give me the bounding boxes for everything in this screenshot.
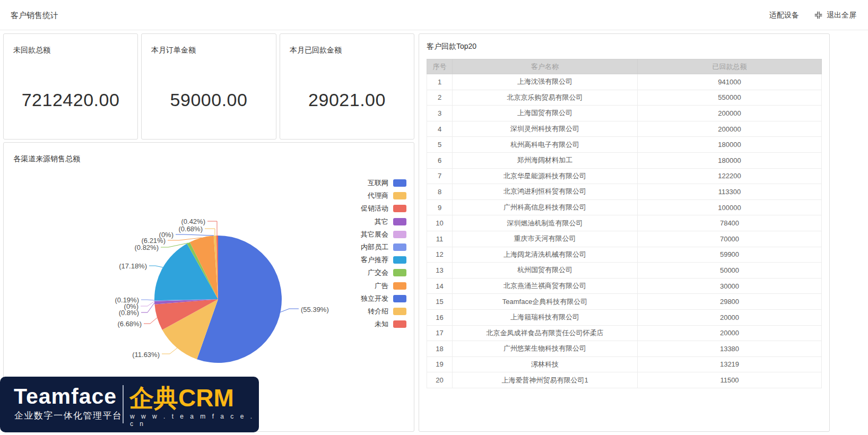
table-row: 9广州科高信息科技有限公司100000 — [427, 199, 822, 215]
legend-label: 其它 — [375, 217, 388, 227]
cell-customer: 重庆市天河有限公司 — [453, 231, 638, 247]
cell-customer: 上海沈强有限公司 — [453, 74, 638, 90]
cell-index: 17 — [427, 325, 453, 341]
legend-item[interactable]: 未知 — [361, 318, 406, 330]
legend-item[interactable]: 互联网 — [361, 177, 406, 189]
pie-label: (6.68%) — [117, 320, 142, 328]
exit-fullscreen-button[interactable]: 退出全屏 — [814, 11, 856, 20]
stat-label: 本月已回款金额 — [290, 46, 342, 55]
legend-label: 代理商 — [368, 191, 388, 201]
table-row: 14北京燕涌兰祺商贸有限公司30000 — [427, 278, 822, 294]
col-header-amount: 已回款总额 — [638, 59, 822, 74]
stat-label: 未回款总额 — [13, 46, 50, 55]
cell-amount: 20000 — [638, 325, 822, 341]
legend-label: 广告 — [375, 281, 388, 291]
table-row: 16上海籍瑞科技有限公司20000 — [427, 309, 822, 325]
cell-amount: 30000 — [638, 278, 822, 294]
table-row: 6郑州海阔材料加工180000 — [427, 152, 822, 168]
pie-leader-line — [141, 303, 154, 312]
pie-leader-line — [176, 234, 214, 236]
table-row: 17北京金凤成祥食品有限责任公司怀柔店20000 — [427, 325, 822, 341]
table-row: 2北京京乐购贸易有限公司550000 — [427, 90, 822, 106]
cell-customer: 杭州国贸有限公司 — [453, 263, 638, 279]
pie-leader-line — [205, 229, 215, 236]
cell-index: 20 — [427, 372, 453, 388]
cell-customer: 北京京乐购贸易有限公司 — [453, 90, 638, 106]
table-row: 7北京华星能源科技有限公司122200 — [427, 168, 822, 184]
pie-leader-line — [280, 309, 299, 312]
pie-label: (0.68%) — [178, 225, 203, 233]
cell-index: 1 — [427, 74, 453, 90]
stat-card-unpaid-total: 未回款总额 7212420.00 — [3, 33, 138, 140]
pie-leader-line — [162, 348, 177, 354]
cell-index: 16 — [427, 309, 453, 325]
stat-value: 29021.00 — [280, 90, 414, 110]
table-row: 13杭州国贸有限公司50000 — [427, 263, 822, 279]
legend: 互联网代理商促销活动其它其它展会内部员工客户推荐广交会广告独立开发转介绍未知 — [361, 177, 406, 330]
cell-index: 11 — [427, 231, 453, 247]
cell-amount: 122200 — [638, 168, 822, 184]
pie-label: (0.42%) — [181, 218, 205, 225]
legend-item[interactable]: 内部员工 — [361, 241, 406, 254]
compress-icon — [814, 11, 823, 20]
table-row: 20上海爱普神州贸易有限公司111500 — [427, 372, 822, 388]
legend-swatch — [393, 295, 406, 302]
legend-swatch — [393, 308, 406, 315]
legend-item[interactable]: 广交会 — [361, 266, 406, 279]
table-row: 5杭州高科电子有限公司180000 — [427, 137, 822, 153]
legend-item[interactable]: 其它展会 — [361, 228, 406, 241]
table-row: 12上海阔龙清洗机械有限公司59900 — [427, 247, 822, 263]
brand-banner: Teamface 企业数字一体化管理平台 企典CRM w w w . t e a… — [0, 377, 259, 432]
legend-swatch — [393, 179, 406, 187]
table-row: 1上海沈强有限公司941000 — [427, 74, 822, 90]
cell-amount: 200000 — [638, 106, 822, 121]
pie-label: (55.39%) — [301, 306, 329, 314]
stat-value: 7212420.00 — [4, 90, 137, 110]
legend-item[interactable]: 其它 — [361, 215, 406, 228]
legend-swatch — [393, 320, 406, 328]
legend-label: 互联网 — [368, 178, 388, 188]
legend-swatch — [393, 205, 406, 212]
legend-item[interactable]: 客户推荐 — [361, 254, 406, 266]
brand-name: Teamface — [14, 384, 117, 409]
cell-customer: 深圳灵州科技有限公司 — [453, 121, 638, 137]
legend-swatch — [393, 243, 406, 251]
cell-amount: 13219 — [638, 356, 822, 372]
table-row: 18广州悠莱生物科技有限公司13380 — [427, 341, 822, 357]
table-title: 客户回款Top20 — [427, 42, 476, 51]
cell-customer: 北京鸿进利恒科贸有限公司 — [453, 184, 638, 200]
cell-amount: 70000 — [638, 231, 822, 247]
table-row: 4深圳灵州科技有限公司200000 — [427, 121, 822, 137]
cell-index: 6 — [427, 152, 453, 168]
legend-item[interactable]: 独立开发 — [361, 292, 406, 305]
cell-amount: 550000 — [638, 90, 822, 106]
cell-customer: 漯林科技 — [453, 356, 638, 372]
stat-value: 59000.00 — [142, 90, 276, 110]
cell-amount: 180000 — [638, 152, 822, 168]
app-header: 客户销售统计 适配设备 退出全屏 — [0, 0, 868, 30]
pie-label: (17.18%) — [119, 262, 147, 270]
top20-payments-card: 客户回款Top20 序号 客户名称 已回款总额 1上海沈强有限公司9410002… — [419, 33, 830, 432]
cell-index: 7 — [427, 168, 453, 184]
cell-customer: Teamface企典科技有限公司 — [453, 294, 638, 310]
cell-index: 4 — [427, 121, 453, 137]
table-row: 19漯林科技13219 — [427, 356, 822, 372]
cell-index: 13 — [427, 263, 453, 279]
fit-device-button[interactable]: 适配设备 — [769, 11, 799, 20]
legend-item[interactable]: 代理商 — [361, 189, 406, 202]
pie-leader-line — [141, 300, 154, 300]
table-header-row: 序号 客户名称 已回款总额 — [427, 59, 822, 74]
cell-index: 2 — [427, 90, 453, 106]
legend-item[interactable]: 广告 — [361, 280, 406, 292]
legend-item[interactable]: 转介绍 — [361, 305, 406, 318]
legend-label: 广交会 — [368, 268, 388, 277]
cell-index: 12 — [427, 247, 453, 263]
legend-label: 其它展会 — [361, 230, 388, 239]
cell-index: 8 — [427, 184, 453, 200]
cell-customer: 广州科高信息科技有限公司 — [453, 199, 638, 215]
pie-leader-line — [144, 318, 157, 324]
cell-customer: 上海阔龙清洗机械有限公司 — [453, 247, 638, 263]
legend-item[interactable]: 促销活动 — [361, 202, 406, 215]
cell-customer: 上海籍瑞科技有限公司 — [453, 309, 638, 325]
table-row: 3上海国贸有限公司200000 — [427, 106, 822, 121]
